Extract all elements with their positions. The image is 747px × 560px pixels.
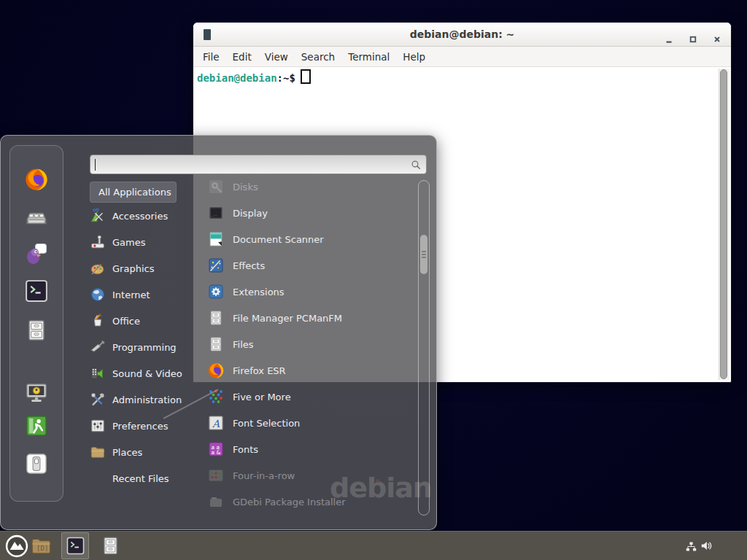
app-item-effects[interactable]: Effects xyxy=(207,252,417,279)
gdebi-icon xyxy=(207,493,225,510)
category-label: Preferences xyxy=(112,421,168,432)
internet-icon xyxy=(90,287,106,303)
terminal-icon xyxy=(66,536,85,556)
category-places[interactable]: Places xyxy=(90,439,206,465)
shell-prompt: debian@debian:~$ xyxy=(197,72,295,84)
sidebar-item-package-manager[interactable] xyxy=(24,205,49,230)
taskbar-file-manager[interactable] xyxy=(100,535,121,559)
terminal-scrollbar-thumb[interactable] xyxy=(720,69,727,379)
desktop[interactable]: debian debian@debian: ~ FileEditViewSear… xyxy=(0,0,747,560)
search-input[interactable] xyxy=(90,155,427,174)
sidebar-item-pidgin-messenger[interactable] xyxy=(24,241,49,266)
prompt-suffix: :~$ xyxy=(277,72,295,84)
terminal-cursor xyxy=(301,69,311,84)
sidebar-item-terminal[interactable] xyxy=(24,279,49,303)
taskbar-terminal-window[interactable] xyxy=(61,532,89,559)
pidgin-messenger-icon xyxy=(24,241,49,266)
category-administration[interactable]: Administration xyxy=(90,386,206,413)
category-label: Office xyxy=(112,316,140,327)
app-item-label: File Manager PCManFM xyxy=(233,313,342,324)
terminal-menu-search[interactable]: Search xyxy=(295,51,341,63)
taskbar: [D] xyxy=(0,531,747,560)
terminal-menu-view[interactable]: View xyxy=(258,51,295,63)
category-accessories[interactable]: Accessories xyxy=(90,203,206,229)
fonts-icon: a aa & xyxy=(207,440,225,458)
category-recent-files[interactable]: Recent Files xyxy=(90,465,206,491)
terminal-menu-help[interactable]: Help xyxy=(396,51,432,63)
cabinet-icon xyxy=(207,335,225,353)
sidebar-item-file-manager[interactable] xyxy=(24,318,49,343)
office-icon xyxy=(90,313,106,329)
category-label: Administration xyxy=(112,394,182,405)
app-item-label: Document Scanner xyxy=(233,234,324,245)
terminal-menu-file[interactable]: File xyxy=(196,51,226,63)
close-button[interactable] xyxy=(713,33,721,42)
taskbar-menu-button[interactable] xyxy=(4,534,29,560)
app-item-label: Display xyxy=(233,208,268,219)
folder-d-icon: [D] xyxy=(30,534,53,557)
screensaver-lock-icon xyxy=(24,381,49,405)
sidebar-item-shutdown[interactable] xyxy=(24,451,49,476)
category-programming[interactable]: Programming xyxy=(90,334,206,360)
terminal-menu-edit[interactable]: Edit xyxy=(226,51,258,63)
cabinet-icon xyxy=(100,535,121,556)
graphics-icon xyxy=(90,260,106,276)
effects-icon xyxy=(207,257,225,274)
logout-icon xyxy=(24,413,49,438)
taskbar-desktop-folder[interactable]: [D] xyxy=(30,534,53,560)
category-preferences[interactable]: Preferences xyxy=(90,413,206,439)
places-icon xyxy=(90,444,106,460)
display-icon xyxy=(207,204,225,222)
category-games[interactable]: Games xyxy=(90,229,206,255)
app-item-label: Four-in-a-row xyxy=(233,470,295,481)
terminal-icon xyxy=(24,279,49,303)
menu-scrollbar[interactable] xyxy=(418,180,430,516)
tray-volume[interactable] xyxy=(700,539,713,556)
category-all-applications[interactable]: All Applications xyxy=(90,182,177,203)
terminal-scrollbar[interactable] xyxy=(719,69,729,380)
app-item-five-or-more[interactable]: Five or More xyxy=(207,384,417,410)
app-item-gdebi-package-installer: GDebi Package Installer xyxy=(207,489,417,515)
accessories-icon xyxy=(90,208,106,224)
app-item-label: Files xyxy=(233,339,254,350)
terminal-titlebar[interactable]: debian@debian: ~ xyxy=(193,23,731,47)
games-icon xyxy=(90,234,106,250)
tray-network[interactable] xyxy=(685,540,697,556)
app-item-label: Font Selection xyxy=(233,418,300,429)
firefox-icon xyxy=(24,167,49,192)
app-item-display[interactable]: Display xyxy=(207,200,417,226)
app-item-extensions[interactable]: Extensions xyxy=(207,279,417,305)
app-item-four-in-a-row: Four-in-a-row xyxy=(207,462,417,489)
sidebar-item-firefox[interactable] xyxy=(24,167,49,192)
category-label: Games xyxy=(112,237,145,248)
app-item-fonts[interactable]: a aa &Fonts xyxy=(207,436,417,462)
application-menu: All Applications AccessoriesGamesGraphic… xyxy=(0,135,437,530)
svg-text:a &: a & xyxy=(212,449,221,456)
file-manager-icon xyxy=(24,318,49,343)
app-item-files[interactable]: Files xyxy=(207,331,417,357)
preferences-icon xyxy=(90,418,106,434)
terminal-menu-terminal[interactable]: Terminal xyxy=(341,51,396,63)
cabinet-icon xyxy=(207,309,225,327)
terminal-menubar: FileEditViewSearchTerminalHelp xyxy=(193,47,731,67)
app-item-document-scanner[interactable]: Document Scanner xyxy=(207,226,417,252)
extensions-icon xyxy=(207,283,225,300)
menu-scrollbar-thumb[interactable] xyxy=(420,235,427,274)
category-office[interactable]: Office xyxy=(90,308,206,334)
package-manager-icon xyxy=(24,205,49,230)
sidebar-item-screensaver-lock[interactable] xyxy=(24,381,49,405)
app-item-firefox-esr[interactable]: Firefox ESR xyxy=(207,357,417,384)
maximize-button[interactable] xyxy=(689,33,697,42)
app-item-label: Five or More xyxy=(233,392,291,402)
category-label: Programming xyxy=(112,342,177,353)
category-label: Graphics xyxy=(112,263,154,274)
minimize-button[interactable] xyxy=(665,33,673,42)
app-item-label: Extensions xyxy=(233,287,285,298)
category-internet[interactable]: Internet xyxy=(90,281,206,308)
app-item-file-manager-pcmanfm[interactable]: File Manager PCManFM xyxy=(207,305,417,331)
menu-logo-icon xyxy=(4,534,29,559)
category-sound-video[interactable]: Sound & Video xyxy=(90,360,206,386)
sidebar-item-logout[interactable] xyxy=(24,413,49,438)
app-item-font-selection[interactable]: AFont Selection xyxy=(207,410,417,436)
category-graphics[interactable]: Graphics xyxy=(90,255,206,281)
